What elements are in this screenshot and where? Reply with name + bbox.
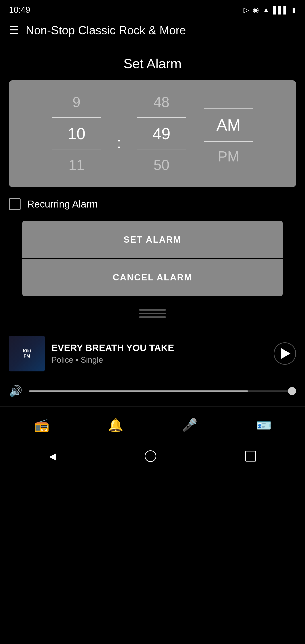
minute-picker[interactable]: 48 49 50 bbox=[128, 89, 195, 178]
system-nav-bar: ◀ bbox=[0, 444, 305, 471]
volume-slider[interactable] bbox=[29, 390, 296, 392]
drag-line-3 bbox=[139, 316, 166, 318]
minute-below[interactable]: 50 bbox=[154, 152, 169, 178]
time-picker[interactable]: 9 10 11 : 48 49 50 AM PM bbox=[9, 89, 296, 178]
drag-line-1 bbox=[139, 309, 166, 310]
play-status-icon: ▷ bbox=[244, 6, 249, 14]
minute-separator-bottom bbox=[137, 150, 186, 150]
radio-icon: 📻 bbox=[34, 418, 50, 432]
recurring-alarm-checkbox[interactable] bbox=[9, 198, 20, 210]
set-alarm-button[interactable]: SET ALARM bbox=[22, 221, 283, 258]
status-bar: 10:49 ▷ ◉ ▲ ▌▌▌ ▮ bbox=[0, 0, 305, 18]
drag-handle[interactable] bbox=[139, 309, 166, 318]
minute-selected[interactable]: 49 bbox=[152, 120, 170, 148]
signal-icon: ▌▌▌ bbox=[273, 6, 288, 14]
track-info: EVERY BREATH YOU TAKE Police • Single bbox=[52, 342, 267, 365]
time-colon-divider: : bbox=[110, 116, 128, 152]
status-icons: ▷ ◉ ▲ ▌▌▌ ▮ bbox=[244, 6, 296, 14]
hour-above[interactable]: 9 bbox=[72, 89, 80, 116]
track-type: Single bbox=[81, 355, 103, 364]
artist-name: Police bbox=[52, 355, 73, 364]
nav-item-card[interactable]: 🪪 bbox=[249, 416, 278, 435]
minute-separator-top bbox=[137, 117, 186, 118]
hour-below[interactable]: 11 bbox=[68, 152, 84, 178]
period-separator-bottom bbox=[204, 141, 253, 142]
nav-item-radio[interactable]: 📻 bbox=[27, 416, 56, 435]
play-icon bbox=[281, 348, 290, 359]
hour-picker[interactable]: 9 10 11 bbox=[43, 89, 110, 178]
app-header: ☰ Non-Stop Classic Rock & More bbox=[0, 18, 305, 42]
minute-above[interactable]: 48 bbox=[154, 89, 169, 116]
hour-separator-top bbox=[52, 117, 101, 118]
period-picker[interactable]: AM PM bbox=[195, 98, 262, 170]
recurring-alarm-container[interactable]: Recurring Alarm bbox=[0, 187, 305, 221]
volume-container: 🔊 bbox=[0, 376, 305, 406]
cancel-alarm-button[interactable]: CANCEL ALARM bbox=[22, 259, 283, 296]
album-art: KikiFM bbox=[9, 336, 45, 372]
album-art-label: KikiFM bbox=[23, 348, 31, 359]
recents-button[interactable] bbox=[245, 451, 256, 462]
play-button[interactable] bbox=[274, 342, 296, 365]
alarm-buttons-container: SET ALARM CANCEL ALARM bbox=[22, 221, 283, 296]
period-separator-top bbox=[204, 108, 253, 109]
recurring-alarm-label: Recurring Alarm bbox=[27, 198, 98, 210]
location-icon: ◉ bbox=[253, 6, 259, 14]
alarm-icon: 🔔 bbox=[108, 418, 124, 432]
drag-line-2 bbox=[139, 313, 166, 314]
hour-selected[interactable]: 10 bbox=[68, 120, 86, 148]
period-selected[interactable]: AM bbox=[216, 111, 240, 139]
track-artist: Police • Single bbox=[52, 355, 267, 365]
status-time: 10:49 bbox=[9, 5, 30, 15]
back-button[interactable]: ◀ bbox=[49, 451, 56, 461]
time-picker-container[interactable]: 9 10 11 : 48 49 50 AM PM bbox=[9, 80, 296, 187]
page-title-container: Set Alarm bbox=[0, 42, 305, 80]
mic-icon: 🎤 bbox=[182, 418, 198, 432]
drag-handle-container bbox=[0, 296, 305, 331]
volume-icon: 🔊 bbox=[9, 385, 22, 397]
battery-icon: ▮ bbox=[292, 6, 296, 14]
card-icon: 🪪 bbox=[256, 418, 272, 432]
now-playing-bar: KikiFM EVERY BREATH YOU TAKE Police • Si… bbox=[0, 331, 305, 376]
album-art-image: KikiFM bbox=[9, 336, 45, 372]
hamburger-menu-icon[interactable]: ☰ bbox=[9, 24, 19, 37]
page-title: Set Alarm bbox=[124, 56, 182, 71]
wifi-icon: ▲ bbox=[262, 6, 270, 14]
home-button[interactable] bbox=[145, 450, 156, 462]
bottom-nav: 📻 🔔 🎤 🪪 bbox=[0, 406, 305, 444]
period-below[interactable]: PM bbox=[218, 144, 239, 170]
volume-fill bbox=[29, 390, 248, 392]
artist-separator: • bbox=[76, 355, 78, 364]
colon: : bbox=[117, 134, 121, 152]
track-title: EVERY BREATH YOU TAKE bbox=[52, 342, 267, 354]
nav-item-alarm[interactable]: 🔔 bbox=[101, 416, 130, 435]
app-title: Non-Stop Classic Rock & More bbox=[26, 24, 186, 37]
volume-thumb[interactable] bbox=[288, 387, 296, 395]
nav-item-mic[interactable]: 🎤 bbox=[175, 416, 204, 435]
hour-separator-bottom bbox=[52, 150, 101, 150]
